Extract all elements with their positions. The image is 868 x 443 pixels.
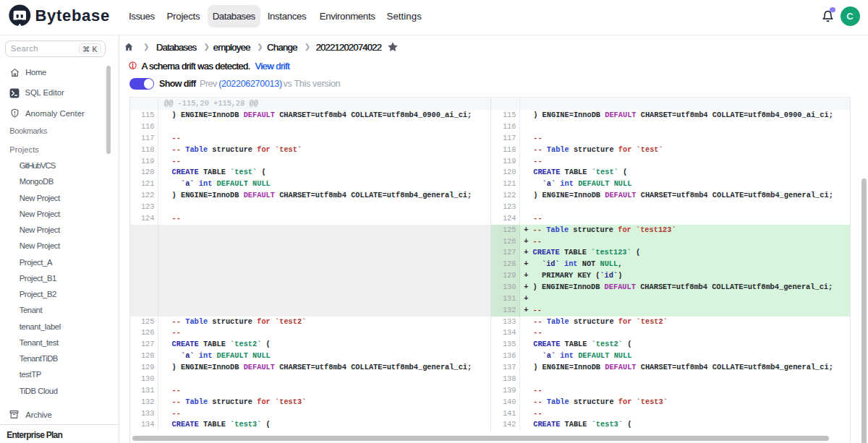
svg-text:Bytebase: Bytebase [35, 7, 110, 25]
